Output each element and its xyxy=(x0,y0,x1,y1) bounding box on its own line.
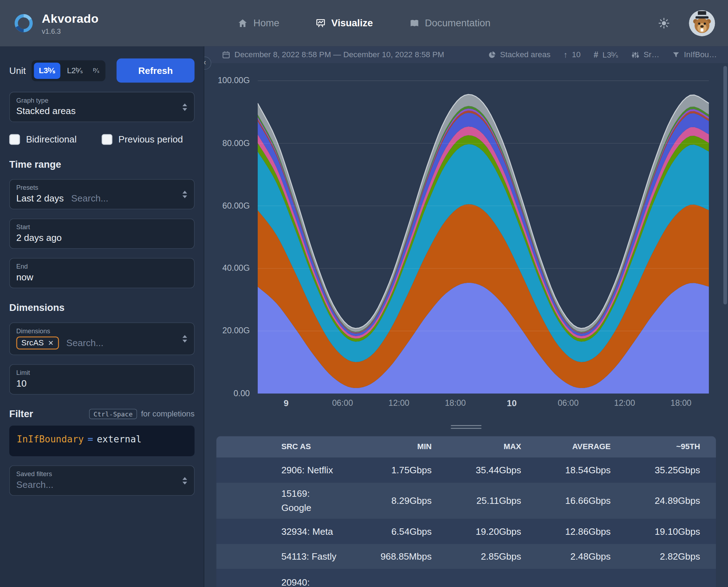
unit-toggle-group: L3ᵇ⁄ₛ L2ᵇ⁄ₛ ᴾ⁄ₛ xyxy=(31,60,105,81)
filter-status: InIfBou… xyxy=(672,50,717,59)
filter-heading: Filter xyxy=(9,408,33,419)
end-label: End xyxy=(16,263,188,270)
x-tick-label: 06:00 xyxy=(558,398,579,408)
y-tick-label: 20.00G xyxy=(223,326,250,336)
chevron-updown-icon xyxy=(182,334,188,343)
checkbox-box xyxy=(9,134,20,145)
limit-status-text: 10 xyxy=(572,50,581,59)
brand[interactable]: Akvorado v1.6.3 xyxy=(13,11,99,35)
unit-status-text: L3ᵇ⁄ₛ xyxy=(603,50,619,59)
x-tick-label: 10 xyxy=(507,398,517,409)
content: Unit L3ᵇ⁄ₛ L2ᵇ⁄ₛ ᴾ⁄ₛ Refresh Graph type … xyxy=(0,47,728,587)
close-icon[interactable]: ✕ xyxy=(48,339,54,347)
filter-status-text: InIfBou… xyxy=(684,50,717,59)
chevron-updown-icon xyxy=(182,190,188,199)
filter-operator-token: = xyxy=(84,433,97,445)
unit-option-l3[interactable]: L3ᵇ⁄ₛ xyxy=(34,63,60,79)
start-input[interactable]: Start 2 days ago xyxy=(9,219,194,249)
filter-field-token: InIfBoundary xyxy=(17,433,84,445)
graph-type-status-text: Stacked areas xyxy=(500,50,551,59)
unit-label: Unit xyxy=(9,65,26,76)
toolbar-status-chips: Stacked areas ↑ 10 # L3ᵇ⁄ₛ Sr… xyxy=(488,50,717,59)
x-tick-label: 12:00 xyxy=(389,398,410,408)
end-input[interactable]: End now xyxy=(9,258,194,288)
chart-resize-handle[interactable] xyxy=(204,425,728,429)
nav-item-visualize[interactable]: Visualize xyxy=(316,18,373,29)
x-tick-label: 06:00 xyxy=(332,398,353,408)
dimension-status-text: Sr… xyxy=(643,50,659,59)
refresh-button[interactable]: Refresh xyxy=(117,59,194,83)
limit-value: 10 xyxy=(16,378,188,389)
col-header-max: MAX xyxy=(448,442,537,452)
nav-item-documentation[interactable]: Documentation xyxy=(409,18,491,29)
row-95th: 24.89Gbps xyxy=(626,495,716,506)
scrollbar-thumb[interactable] xyxy=(723,66,727,304)
table-row-partial[interactable]: 20940: xyxy=(216,569,716,587)
avatar[interactable] xyxy=(689,10,715,36)
presets-select[interactable]: Presets Last 2 days Search... xyxy=(9,179,194,209)
row-label: 2906: Netflix xyxy=(282,459,358,481)
sliders-icon xyxy=(631,51,639,59)
row-max: 35.44Gbps xyxy=(448,465,537,475)
nav-item-label: Home xyxy=(253,18,279,29)
dimensions-search-input[interactable]: Search... xyxy=(66,338,103,348)
presets-value: Last 2 days xyxy=(16,193,64,204)
limit-input[interactable]: Limit 10 xyxy=(9,364,194,394)
app-version: v1.6.3 xyxy=(42,27,99,35)
dimensions-heading: Dimensions xyxy=(9,302,194,313)
graph-option-checks: Bidirectional Previous period xyxy=(9,134,194,145)
filter-header: Filter Ctrl-Space for completions xyxy=(9,408,194,419)
chart-y-axis: 0.0020.00G40.00G60.00G80.00G100.00G xyxy=(204,80,253,394)
row-95th: 2.82Gbps xyxy=(626,551,716,562)
main-panel: ‹ December 8, 2022 8:58 PM — December 10… xyxy=(204,47,728,587)
dimensions-select[interactable]: Dimensions SrcAS ✕ Search... xyxy=(9,323,194,355)
filter-value-token: external xyxy=(97,433,141,445)
date-range-status: December 8, 2022 8:58 PM — December 10, … xyxy=(222,50,444,59)
filter-expression-editor[interactable]: InIfBoundary=external xyxy=(9,426,194,456)
nav-item-label: Visualize xyxy=(331,18,373,29)
graph-type-status: Stacked areas xyxy=(488,50,551,59)
app-title: Akvorado xyxy=(42,11,99,26)
sun-icon xyxy=(658,18,669,29)
unit-status: # L3ᵇ⁄ₛ xyxy=(594,50,619,59)
graph-type-label: Graph type xyxy=(16,97,188,104)
y-tick-label: 0.00 xyxy=(234,389,250,398)
table-row[interactable]: 32934: Meta 6.54Gbps 19.20Gbps 12.86Gbps… xyxy=(216,519,716,544)
col-header-average: AVERAGE xyxy=(537,442,627,452)
end-value: now xyxy=(16,272,188,282)
saved-filters-select[interactable]: Saved filters Search... xyxy=(9,465,194,496)
table-row[interactable]: 54113: Fastly 968.85Mbps 2.85Gbps 2.48Gb… xyxy=(216,544,716,569)
presets-label: Presets xyxy=(16,184,188,191)
x-tick-label: 9 xyxy=(284,398,289,409)
options-sidebar: Unit L3ᵇ⁄ₛ L2ᵇ⁄ₛ ᴾ⁄ₛ Refresh Graph type … xyxy=(0,47,204,587)
time-range-heading: Time range xyxy=(9,159,194,170)
akvorado-logo-icon xyxy=(13,12,34,34)
graph-type-select[interactable]: Graph type Stacked areas xyxy=(9,92,194,122)
start-label: Start xyxy=(16,223,188,231)
table-row[interactable]: 2906: Netflix 1.75Gbps 35.44Gbps 18.54Gb… xyxy=(216,458,716,483)
row-average: 12.86Gbps xyxy=(537,526,627,537)
dimension-status: Sr… xyxy=(631,50,659,59)
unit-row: Unit L3ᵇ⁄ₛ L2ᵇ⁄ₛ ᴾ⁄ₛ Refresh xyxy=(9,59,194,83)
unit-option-l2[interactable]: L2ᵇ⁄ₛ xyxy=(62,63,88,79)
bidirectional-checkbox[interactable]: Bidirectional xyxy=(9,134,76,145)
previous-period-checkbox[interactable]: Previous period xyxy=(102,134,183,145)
theme-toggle-button[interactable] xyxy=(658,18,669,29)
visualize-icon xyxy=(316,18,326,28)
filter-hint: for completions xyxy=(141,409,195,419)
series-summary-table: SRC AS MIN MAX AVERAGE ~95TH 2906: Netfl… xyxy=(216,436,716,587)
previous-period-label: Previous period xyxy=(118,134,183,145)
hash-icon: # xyxy=(594,50,598,59)
x-tick-label: 18:00 xyxy=(445,398,466,408)
table-row[interactable]: 15169: Google 8.29Gbps 25.11Gbps 16.66Gb… xyxy=(216,483,716,519)
dimension-tag-srcas[interactable]: SrcAS ✕ xyxy=(16,336,59,350)
saved-filters-search-input[interactable]: Search... xyxy=(16,479,54,490)
row-max: 19.20Gbps xyxy=(448,526,537,537)
presets-search-input[interactable]: Search... xyxy=(71,193,108,204)
stacked-area-chart[interactable]: 0.0020.00G40.00G60.00G80.00G100.00G 906:… xyxy=(204,63,728,424)
unit-option-pps[interactable]: ᴾ⁄ₛ xyxy=(90,64,103,77)
row-label: 20940: xyxy=(282,569,358,587)
chart-plot[interactable] xyxy=(258,80,709,394)
nav-item-home[interactable]: Home xyxy=(237,18,279,29)
main-scrollbar[interactable] xyxy=(723,66,727,584)
